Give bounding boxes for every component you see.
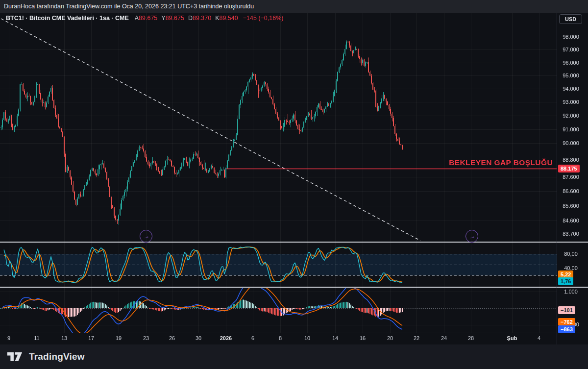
- footer-bar: TradingView: [0, 344, 588, 369]
- price-tick: 94.000: [557, 86, 585, 92]
- time-tick: 9: [0, 335, 20, 341]
- price-tick: 84.600: [557, 218, 585, 223]
- arrow-marker-icon[interactable]: →: [466, 230, 478, 243]
- stoch-tick: 80,00: [557, 251, 585, 257]
- time-tick: 11: [26, 335, 48, 341]
- symbol-legend[interactable]: BTC1! · Bitcoin CME Vadelileri · 1sa · C…: [6, 15, 283, 22]
- price-tick: 97.000: [557, 47, 585, 52]
- price-tick: 91.000: [557, 126, 585, 132]
- currency-toggle-button[interactable]: USD: [559, 14, 582, 24]
- symbol-title[interactable]: BTC1! · Bitcoin CME Vadelileri · 1sa · C…: [6, 15, 129, 22]
- macd-signal-value-label: −762: [558, 318, 575, 326]
- time-tick: 17: [80, 335, 102, 341]
- time-tick: Şub: [501, 335, 523, 341]
- time-tick: 22: [406, 335, 427, 341]
- ohlc-low: D89.370: [188, 15, 211, 22]
- time-tick: 26: [161, 335, 183, 341]
- tradingview-logo-link[interactable]: TradingView: [7, 351, 85, 362]
- time-axis-border: [0, 333, 588, 333]
- price-tick: 92.000: [557, 113, 585, 119]
- time-tick: 4: [528, 335, 550, 341]
- time-tick: 14: [324, 335, 346, 341]
- time-tick: 24: [433, 335, 455, 341]
- attribution-bar: DuranHoca tarafından TradingView.com ile…: [0, 0, 588, 13]
- macd-tick-1000: 1.000: [557, 289, 585, 295]
- pane-separator-1[interactable]: [0, 242, 588, 243]
- gap-annotation-text: BEKLEYEN GAP BOŞLUĞU: [449, 158, 553, 167]
- time-tick: 16: [352, 335, 373, 341]
- change-value: −145 (−0,16%): [243, 15, 284, 22]
- ohlc-open: A89.675: [135, 15, 158, 22]
- ohlc-high: Y89.675: [161, 15, 184, 22]
- price-tick: 96.000: [557, 60, 585, 66]
- time-tick: 23: [135, 335, 157, 341]
- price-axis-border: [557, 13, 557, 344]
- price-tick: 83.700: [557, 231, 585, 237]
- attribution-text: DuranHoca tarafından TradingView.com ile…: [4, 3, 254, 10]
- tradingview-snapshot: DuranHoca tarafından TradingView.com ile…: [0, 0, 588, 369]
- time-tick: 2026: [215, 335, 237, 341]
- price-tick: 93.000: [557, 99, 585, 105]
- tradingview-logo-icon: [7, 351, 24, 362]
- price-tick: 98.000: [557, 34, 585, 40]
- pane-separator-2[interactable]: [0, 287, 588, 288]
- tradingview-brand-text: TradingView: [29, 351, 85, 362]
- price-tick: 87.600: [557, 174, 585, 180]
- time-tick: 28: [460, 335, 482, 341]
- price-tick: 86.600: [557, 188, 585, 194]
- time-tick: 19: [108, 335, 129, 341]
- price-tick: 85.600: [557, 203, 585, 209]
- chart-canvas[interactable]: [0, 0, 588, 369]
- time-tick: 10: [296, 335, 318, 341]
- time-tick: 20: [379, 335, 401, 341]
- time-tick: 8: [270, 335, 291, 341]
- price-tick: 95.000: [557, 73, 585, 78]
- stoch-k-value-label: 1,76: [558, 277, 573, 285]
- gap-price-label: 88.175: [558, 165, 580, 172]
- time-tick: 30: [188, 335, 209, 341]
- price-tick: 90.000: [557, 140, 585, 146]
- price-tick: 88.800: [557, 157, 585, 163]
- arrow-marker-icon[interactable]: →: [140, 230, 152, 243]
- time-tick: 13: [53, 335, 75, 341]
- macd-hist-value-label: −101: [558, 306, 575, 314]
- ohlc-close: K89.540: [215, 15, 238, 22]
- macd-line-value-label: −863: [558, 325, 575, 333]
- time-tick: 6: [242, 335, 264, 341]
